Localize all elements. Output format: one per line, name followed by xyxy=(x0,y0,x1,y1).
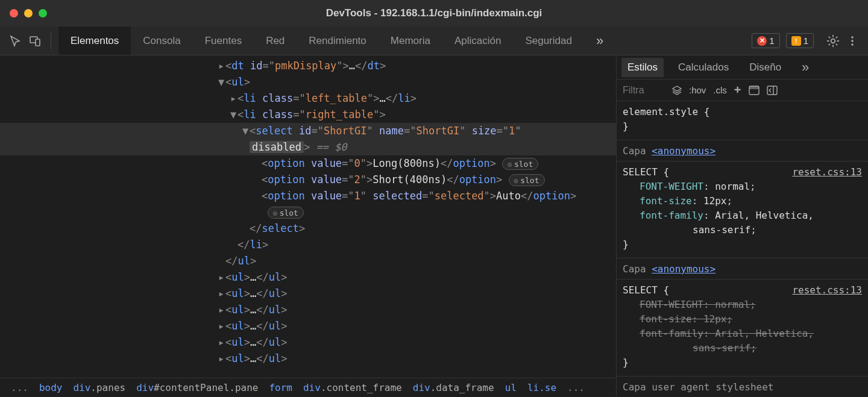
kebab-menu-icon[interactable] xyxy=(844,33,861,49)
ua-label: Capa user agent stylesheet xyxy=(623,381,773,393)
prop-value: normal xyxy=(715,299,750,310)
prop-value: Arial, Helvetica, xyxy=(715,210,814,221)
tab-security[interactable]: Seguridad xyxy=(513,27,584,55)
attr-value: 1 xyxy=(354,190,360,202)
tab-computed[interactable]: Calculados xyxy=(672,58,735,77)
attr-value: 2 xyxy=(354,173,360,186)
prop-name: font-size xyxy=(640,313,692,325)
styles-tabs: Estilos Calculados Diseño » xyxy=(617,55,868,80)
svg-rect-1 xyxy=(36,39,40,46)
breadcrumb: ... body div.panes div#contentPanel.pane… xyxy=(0,378,616,397)
warning-icon: ! xyxy=(791,36,801,46)
warnings-count: 1 xyxy=(804,36,808,46)
crumb-div-panes[interactable]: div.panes xyxy=(73,382,125,393)
dom-tree[interactable]: ▸<dt id="pmkDisplay">…</dt> ▼<ul> ▸<li c… xyxy=(0,55,616,378)
panel-tabs: Elementos Consola Fuentes Red Rendimient… xyxy=(58,27,615,55)
ellipsis: … xyxy=(380,92,386,104)
crumb-li[interactable]: li.se xyxy=(527,382,556,393)
prop-name: FONT-WEIGHT xyxy=(640,181,703,192)
cls-toggle[interactable]: .cls xyxy=(713,85,727,95)
errors-badge[interactable]: ✕ 1 xyxy=(752,33,779,48)
option-text: Short(400ns) xyxy=(373,173,447,186)
rule-source-link[interactable]: reset.css:13 xyxy=(792,165,862,180)
prop-value: normal xyxy=(715,181,750,192)
crumb-ul[interactable]: ul xyxy=(505,382,517,393)
layer-link[interactable]: <anonymous> xyxy=(652,145,715,157)
slot-badge[interactable]: slot xyxy=(502,158,538,170)
crumb-body[interactable]: body xyxy=(39,382,63,393)
attr-id: ShortGI xyxy=(324,125,367,137)
device-toggle-icon[interactable] xyxy=(27,33,43,49)
css-rule-1[interactable]: reset.css:13 SELECT { FONT-WEIGHT: norma… xyxy=(617,161,868,258)
close-window-button[interactable] xyxy=(10,9,18,17)
elements-tree-pane: ▸<dt id="pmkDisplay">…</dt> ▼<ul> ▸<li c… xyxy=(0,55,616,397)
ellipsis: … xyxy=(250,336,256,348)
svg-point-5 xyxy=(851,43,854,46)
crumb-div-contentpanel[interactable]: div#contentPanel.pane xyxy=(136,382,258,393)
prop-value: Arial, Helvetica, xyxy=(715,328,814,339)
ua-stylesheet-header: Capa user agent stylesheet xyxy=(617,377,868,396)
new-rule-icon[interactable]: + xyxy=(734,83,741,97)
traffic-lights xyxy=(10,9,47,17)
toggle-sidebar-icon[interactable] xyxy=(767,86,778,95)
slot-badge[interactable]: slot xyxy=(509,174,545,186)
layers-icon[interactable] xyxy=(672,86,682,95)
more-style-tabs-icon[interactable]: » xyxy=(796,56,815,79)
layer-label: Capa xyxy=(623,263,652,275)
crumb-div-contentframe[interactable]: div.content_frame xyxy=(303,382,402,393)
styles-filter-input[interactable] xyxy=(623,85,665,96)
attr-disabled: disabled xyxy=(250,141,304,153)
minimize-window-button[interactable] xyxy=(24,9,33,17)
prop-name: font-family xyxy=(640,210,703,221)
tab-application[interactable]: Aplicación xyxy=(442,27,514,55)
rule-selector: element.style { xyxy=(623,105,862,119)
prop-value: 12px xyxy=(703,195,727,207)
layer-link[interactable]: <anonymous> xyxy=(652,263,715,275)
styles-rules[interactable]: element.style { } Capa <anonymous> reset… xyxy=(617,101,868,397)
tab-performance[interactable]: Rendimiento xyxy=(297,27,378,55)
breadcrumb-ellipsis-end[interactable]: ... xyxy=(567,382,585,393)
ellipsis: … xyxy=(250,352,256,364)
hov-toggle[interactable]: :hov xyxy=(689,85,706,95)
attr-value: 0 xyxy=(354,157,360,169)
rule-source-link[interactable]: reset.css:13 xyxy=(792,283,862,298)
more-tabs-icon[interactable]: » xyxy=(584,27,615,55)
tab-sources[interactable]: Fuentes xyxy=(193,27,254,55)
tab-styles[interactable]: Estilos xyxy=(621,58,664,77)
maximize-window-button[interactable] xyxy=(39,9,47,17)
option-text: Long(800ns) xyxy=(373,157,441,169)
css-rule-2-overridden[interactable]: reset.css:13 SELECT { FONT-WEIGHT: norma… xyxy=(617,280,868,377)
slot-badge[interactable]: slot xyxy=(268,207,304,219)
computed-toggle-icon[interactable] xyxy=(749,86,760,95)
svg-point-2 xyxy=(831,39,835,43)
breadcrumb-ellipsis[interactable]: ... xyxy=(11,382,28,393)
warnings-badge[interactable]: ! 1 xyxy=(786,33,814,48)
prop-name: font-size xyxy=(640,195,692,207)
svg-point-3 xyxy=(851,36,854,39)
layer-header-2: Capa <anonymous> xyxy=(617,258,868,280)
errors-count: 1 xyxy=(769,36,774,46)
svg-rect-7 xyxy=(749,86,759,89)
styles-toolbar: :hov .cls + xyxy=(617,80,868,101)
prop-value: sans-serif xyxy=(693,342,750,354)
attr-class: left_table xyxy=(306,92,367,104)
tab-elements[interactable]: Elementos xyxy=(58,27,131,55)
tab-console[interactable]: Consola xyxy=(131,27,192,55)
crumb-form[interactable]: form xyxy=(269,382,292,393)
styles-pane: Estilos Calculados Diseño » :hov .cls + … xyxy=(616,55,868,397)
attr-size: 1 xyxy=(509,125,515,137)
tab-memory[interactable]: Memoria xyxy=(379,27,442,55)
prop-name: font-family xyxy=(640,328,703,339)
prop-value: 12px xyxy=(703,313,727,325)
prop-value: sans-serif xyxy=(693,224,750,236)
layer-label: Capa xyxy=(623,145,652,157)
attr-class: right_table xyxy=(306,108,374,120)
attr-name: ShortGI xyxy=(416,125,459,137)
element-style-rule[interactable]: element.style { } xyxy=(617,101,868,140)
inspect-element-icon[interactable] xyxy=(7,33,24,49)
crumb-div-dataframe[interactable]: div.data_frame xyxy=(413,382,494,393)
tab-layout[interactable]: Diseño xyxy=(743,58,787,77)
tab-network[interactable]: Red xyxy=(254,27,297,55)
selected-node[interactable]: ▼<select id="ShortGI" name="ShortGI" siz… xyxy=(0,123,616,139)
settings-icon[interactable] xyxy=(825,33,841,49)
